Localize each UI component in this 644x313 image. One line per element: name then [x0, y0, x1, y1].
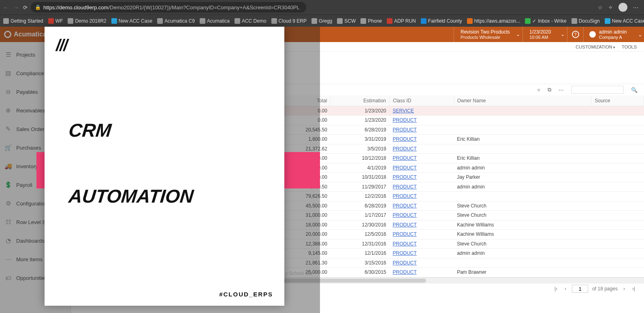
- class-id-link[interactable]: PRODUCT: [393, 155, 417, 161]
- column-header[interactable]: Source: [591, 95, 644, 106]
- bookmark-item[interactable]: Phone: [360, 18, 382, 24]
- sidebar-label: More Items: [16, 256, 43, 262]
- lock-icon: 🔒: [35, 4, 41, 10]
- class-id-link[interactable]: PRODUCT: [393, 193, 417, 199]
- sidebar-label: Receivables: [16, 108, 45, 114]
- sidebar-label: Projects: [16, 52, 35, 58]
- class-id-link[interactable]: PRODUCT: [393, 184, 417, 190]
- back-button[interactable]: ←: [2, 4, 9, 11]
- bookmark-item[interactable]: https://aws.amazon...: [467, 18, 520, 24]
- grid-search[interactable]: [571, 86, 624, 94]
- browser-nav-bar: ← → ⟳ 🔒 https://demo.cloud9erp.com/Demo2…: [0, 0, 644, 15]
- bookmark-item[interactable]: WF: [48, 18, 63, 24]
- profile-avatar[interactable]: [618, 3, 627, 12]
- bookmark-item[interactable]: Cloud 9 ERP: [271, 18, 307, 24]
- menu-icon[interactable]: ⋯: [633, 4, 638, 11]
- business-date[interactable]: 1/23/2020 10:06 AM ⌄: [522, 27, 567, 42]
- presentation-slide: /// CRM AUTOMATION #CLOUD_ERPS: [45, 27, 284, 306]
- user-menu[interactable]: admin admin Company A ⌄: [583, 27, 644, 42]
- pager-page-input[interactable]: [572, 285, 588, 293]
- sidebar-icon: ☷: [4, 218, 12, 226]
- bookmark-item[interactable]: New ACC Case: [111, 18, 152, 24]
- class-id-link[interactable]: PRODUCT: [393, 250, 417, 256]
- bookmark-item[interactable]: DocuSign: [571, 18, 600, 24]
- pager-first[interactable]: |‹: [553, 286, 559, 292]
- class-id-link[interactable]: PRODUCT: [393, 260, 417, 266]
- column-header[interactable]: Estimation: [331, 95, 390, 106]
- slide-slashes: ///: [56, 36, 67, 55]
- class-id-link[interactable]: PRODUCT: [393, 117, 417, 123]
- company-name: Revision Two Products: [461, 29, 516, 35]
- sidebar-label: Compliance: [16, 70, 44, 76]
- bookmark-item[interactable]: Fairfield County: [421, 18, 462, 24]
- sidebar-icon: ⋯: [4, 256, 12, 263]
- help-button[interactable]: ?: [567, 27, 583, 42]
- browser-right-icons: ☆ ✧ ⋯: [598, 3, 642, 12]
- class-id-link[interactable]: PRODUCT: [393, 212, 417, 218]
- nav-buttons: ← →: [2, 4, 19, 11]
- star-icon[interactable]: ☆: [598, 4, 603, 11]
- chevron-down-icon: ⌄: [516, 32, 520, 37]
- class-id-link[interactable]: PRODUCT: [393, 136, 417, 142]
- filter-icon[interactable]: ▿: [537, 87, 540, 93]
- class-id-link[interactable]: PRODUCT: [393, 241, 417, 247]
- class-id-link[interactable]: PRODUCT: [393, 231, 417, 237]
- tools-menu[interactable]: TOOLS: [622, 44, 637, 49]
- favorites-icon[interactable]: ✧: [608, 4, 613, 11]
- company-selector[interactable]: Revision Two Products Products Wholesale…: [454, 27, 522, 42]
- forward-button[interactable]: →: [13, 4, 19, 11]
- class-id-link[interactable]: PRODUCT: [393, 269, 417, 275]
- class-id-link[interactable]: PRODUCT: [393, 165, 417, 171]
- time-value: 10:06 AM: [529, 35, 561, 40]
- bookmark-item[interactable]: Getting Started: [3, 18, 43, 24]
- class-id-link[interactable]: SERVICE: [393, 108, 414, 114]
- sidebar-label: Dashboards: [16, 238, 45, 244]
- pager-prev[interactable]: ‹: [563, 286, 568, 292]
- sidebar-icon: 💲: [4, 181, 12, 188]
- column-header[interactable]: Class ID: [390, 95, 454, 106]
- class-id-link[interactable]: PRODUCT: [393, 222, 417, 228]
- more-icon[interactable]: ⋯: [559, 87, 564, 93]
- sidebar-icon: ▤: [4, 70, 12, 77]
- bookmark-item[interactable]: Acumatica: [200, 18, 230, 24]
- refresh-button[interactable]: ⟳: [22, 4, 28, 11]
- url-bar[interactable]: 🔒 https://demo.cloud9erp.com/Demo2020R1/…: [31, 2, 306, 13]
- export-icon[interactable]: ⧉: [548, 87, 551, 93]
- sidebar-icon: ☰: [4, 51, 12, 58]
- bookmark-item[interactable]: Gregg: [311, 18, 332, 24]
- sidebar-icon: ⊖: [4, 88, 12, 95]
- pager-last[interactable]: ›|: [631, 286, 637, 292]
- sidebar-label: Payables: [16, 89, 38, 95]
- sidebar-icon: ◔: [4, 237, 12, 244]
- bookmark-item[interactable]: New ACC Case: [605, 18, 644, 24]
- class-id-link[interactable]: PRODUCT: [393, 127, 417, 133]
- partial-text: y School Ltd: [285, 271, 312, 276]
- bookmark-item[interactable]: Demo 2018R2: [68, 18, 106, 24]
- bookmark-item[interactable]: ADP RUN: [387, 18, 416, 24]
- slide-line-3: AUTOMATION: [68, 186, 194, 207]
- bookmark-item[interactable]: ✓Inbox - Wrike: [525, 18, 566, 24]
- user-name: admin admin: [599, 29, 627, 35]
- class-id-link[interactable]: PRODUCT: [393, 146, 417, 152]
- bookmark-item[interactable]: Acumatica C9: [157, 18, 195, 24]
- sidebar-icon: 🏷: [4, 275, 12, 281]
- class-id-link[interactable]: PRODUCT: [393, 174, 417, 180]
- grid-search-icon[interactable]: 🔍: [631, 87, 638, 93]
- bookmark-item[interactable]: ACC Demo: [235, 18, 267, 24]
- class-id-link[interactable]: PRODUCT: [393, 203, 417, 209]
- chevron-down-icon: ⌄: [561, 32, 565, 37]
- sidebar-label: Sales Orders: [16, 126, 47, 132]
- logo-text: Acumatica: [14, 31, 47, 38]
- sidebar-icon: 🚚: [4, 163, 12, 170]
- url-text: https://demo.cloud9erp.com/Demo2020R1/(W…: [43, 4, 300, 11]
- sidebar-label: Opportunities: [16, 275, 47, 281]
- bookmarks-bar: Getting Started WF Demo 2018R2 New ACC C…: [0, 15, 644, 27]
- pager-next[interactable]: ›: [622, 286, 627, 292]
- sidebar-icon: ⚙: [4, 200, 12, 207]
- user-icon: [589, 31, 596, 38]
- customization-menu[interactable]: CUSTOMIZATION: [576, 44, 615, 49]
- column-header[interactable]: Owner Name: [454, 95, 591, 106]
- chevron-down-icon: ⌄: [638, 32, 642, 38]
- bookmark-item[interactable]: SCW: [337, 18, 356, 24]
- sidebar-label: Row Level S: [16, 219, 46, 225]
